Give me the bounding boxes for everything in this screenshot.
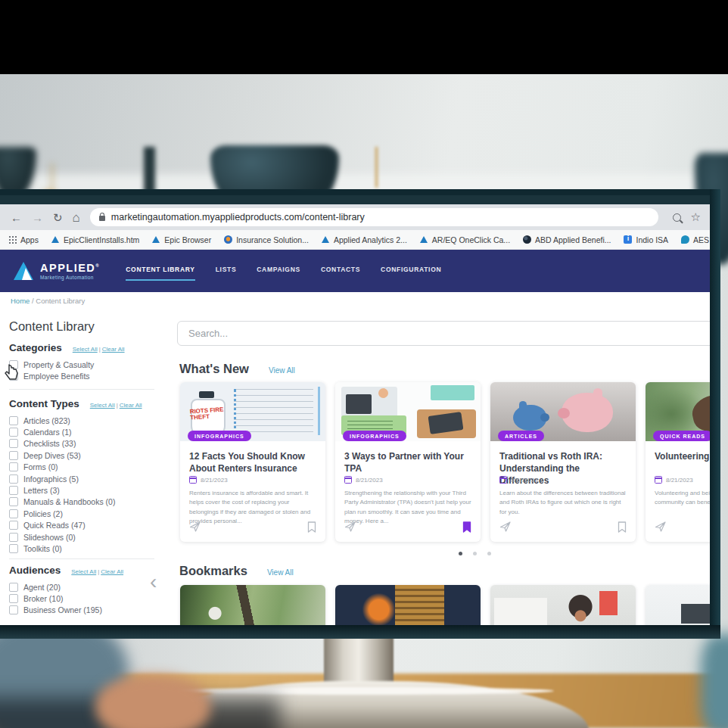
checkbox[interactable] bbox=[9, 521, 18, 530]
carousel-dot[interactable] bbox=[473, 552, 477, 555]
clear-all-link[interactable]: Clear All bbox=[102, 346, 125, 353]
card-title[interactable]: 3 Ways to Partner with Your TPA bbox=[344, 451, 474, 475]
select-all-link[interactable]: Select All bbox=[90, 402, 115, 409]
filter-option[interactable]: Deep Dives (53) bbox=[9, 450, 166, 461]
card-date: 8/21/2023 bbox=[655, 476, 693, 484]
checkbox[interactable] bbox=[9, 428, 18, 437]
search-icon[interactable] bbox=[673, 213, 681, 222]
filter-option[interactable]: Articles (823) bbox=[9, 415, 166, 426]
select-all-link[interactable]: Select All bbox=[73, 346, 98, 353]
checkbox[interactable] bbox=[9, 594, 18, 603]
bookmark-bar-item[interactable]: ABD Applied Benefi... bbox=[523, 235, 611, 244]
bookmark-bar-item[interactable]: Applied Analytics 2... bbox=[322, 235, 407, 244]
bookmark-bar-item[interactable]: AR/EQ OneClick Ca... bbox=[420, 235, 510, 244]
filter-option[interactable]: Forms (0) bbox=[9, 462, 166, 473]
link-separator: | bbox=[98, 568, 99, 575]
checkbox[interactable] bbox=[9, 439, 18, 448]
filter-option[interactable]: Agent (20) bbox=[9, 581, 166, 593]
warehouse-bookmark-card[interactable] bbox=[335, 585, 481, 627]
apps-grid-icon bbox=[9, 236, 17, 244]
checkbox[interactable] bbox=[9, 533, 18, 542]
breadcrumb-separator: / bbox=[32, 297, 34, 305]
bookmark-bar-item[interactable]: AES bbox=[681, 235, 709, 244]
checkbox[interactable] bbox=[9, 544, 18, 553]
tab-lists[interactable]: LISTS bbox=[216, 266, 237, 276]
card-title[interactable]: 12 Facts You Should Know About Renters I… bbox=[189, 451, 319, 475]
tab-content-library[interactable]: CONTENT LIBRARY bbox=[126, 266, 194, 276]
filter-option[interactable]: Property & Casualty bbox=[9, 359, 166, 370]
url-text[interactable]: marketingautomation.myappliedproducts.co… bbox=[111, 212, 365, 222]
sidebar-section-title: Categories bbox=[9, 342, 62, 353]
applied-logo[interactable]: APPLIED® Marketing Automation bbox=[14, 260, 100, 282]
content-type-badge: INFOGRAPHICS bbox=[188, 431, 251, 441]
filter-option[interactable]: Broker (10) bbox=[9, 593, 166, 604]
whats-new-view-all-link[interactable]: View All bbox=[269, 366, 295, 375]
bookmark-icon[interactable] bbox=[618, 521, 627, 536]
share-icon[interactable] bbox=[189, 521, 201, 536]
filter-option-label: Infographics (5) bbox=[23, 474, 79, 484]
bookmarks-view-all-link[interactable]: View All bbox=[267, 568, 294, 577]
breadcrumb-home-link[interactable]: Home bbox=[11, 297, 30, 305]
filter-option-label: Manuals & Handbooks (0) bbox=[23, 497, 115, 506]
address-bar[interactable]: marketingautomation.myappliedproducts.co… bbox=[90, 208, 658, 226]
bookmark-bar-item[interactable]: Epic Browser bbox=[152, 235, 211, 244]
office-woman-bookmark-card[interactable] bbox=[490, 585, 636, 627]
lock-icon bbox=[99, 216, 105, 221]
filter-option[interactable]: Infographics (5) bbox=[9, 473, 166, 484]
carousel-prev-button[interactable]: ‹ bbox=[150, 570, 157, 594]
filter-option[interactable]: Quick Reads (47) bbox=[9, 520, 166, 531]
tab-campaigns[interactable]: CAMPAIGNS bbox=[257, 266, 300, 276]
back-icon[interactable] bbox=[11, 212, 22, 223]
checkbox[interactable] bbox=[9, 451, 18, 460]
filter-option[interactable]: Slideshows (0) bbox=[9, 531, 166, 543]
card-description: Learn about the differences between trad… bbox=[499, 489, 628, 517]
filter-option[interactable]: Calendars (1) bbox=[9, 426, 166, 437]
filter-option[interactable]: Checklists (33) bbox=[9, 438, 166, 450]
forward-icon[interactable] bbox=[32, 212, 43, 223]
share-icon[interactable] bbox=[344, 521, 356, 536]
letterbox-bar bbox=[0, 0, 728, 74]
filter-option[interactable]: Letters (3) bbox=[9, 484, 166, 496]
park-bookmark-card[interactable] bbox=[180, 585, 325, 627]
checkbox[interactable] bbox=[9, 416, 18, 425]
checkbox[interactable] bbox=[9, 497, 18, 506]
filter-option[interactable]: Manuals & Handbooks (0) bbox=[9, 496, 166, 508]
carousel-dot[interactable] bbox=[459, 552, 462, 555]
apps-shortcut[interactable]: Apps bbox=[9, 235, 39, 244]
carousel-dot[interactable] bbox=[487, 552, 491, 555]
filter-option[interactable]: Toolkits (0) bbox=[9, 543, 166, 554]
content-card[interactable]: ARTICLESTraditional vs Roth IRA: Underst… bbox=[490, 382, 636, 542]
checkbox[interactable] bbox=[9, 583, 18, 592]
sidebar-section-header: CategoriesSelect All|Clear All bbox=[9, 342, 166, 353]
home-icon[interactable] bbox=[73, 211, 80, 224]
dark-globe-icon bbox=[523, 235, 531, 244]
checkbox[interactable] bbox=[9, 474, 18, 484]
bookmark-star-icon[interactable] bbox=[691, 210, 701, 224]
share-icon[interactable] bbox=[499, 521, 512, 536]
tab-contacts[interactable]: CONTACTS bbox=[321, 266, 360, 276]
reload-icon[interactable] bbox=[53, 212, 63, 223]
desk-illustration-bookmark-card[interactable] bbox=[646, 585, 711, 627]
checkbox[interactable] bbox=[9, 462, 18, 471]
bookmark-bar-item[interactable]: EpicClientInstalls.htm bbox=[51, 235, 139, 244]
filter-option[interactable]: Business Owner (195) bbox=[9, 605, 166, 616]
bookmark-bar-item[interactable]: Indio ISA bbox=[624, 235, 668, 244]
checkbox[interactable] bbox=[9, 605, 18, 614]
content-card[interactable]: RIOTS FIRE THEFTINFOGRAPHICS12 Facts You… bbox=[180, 382, 325, 542]
clear-all-link[interactable]: Clear All bbox=[120, 402, 142, 409]
tab-configuration[interactable]: CONFIGURATION bbox=[381, 266, 441, 276]
search-input[interactable] bbox=[177, 321, 711, 346]
content-card[interactable]: INFOGRAPHICS3 Ways to Partner with Your … bbox=[335, 382, 481, 542]
clear-all-link[interactable]: Clear All bbox=[101, 568, 123, 575]
checkbox[interactable] bbox=[9, 486, 18, 495]
checkbox[interactable] bbox=[9, 509, 18, 518]
content-card[interactable]: QUICK READSVolunteering for Better Healt… bbox=[646, 382, 711, 542]
filter-option[interactable]: Employee Benefits bbox=[9, 370, 166, 381]
select-all-link[interactable]: Select All bbox=[71, 568, 96, 575]
card-title[interactable]: Volunteering for Better Health bbox=[655, 451, 711, 463]
bookmark-icon[interactable] bbox=[307, 521, 316, 536]
bookmark-bar-item[interactable]: Insurance Solution... bbox=[224, 235, 309, 244]
share-icon[interactable] bbox=[655, 521, 667, 536]
bookmark-icon-filled[interactable] bbox=[462, 521, 471, 536]
filter-option[interactable]: Policies (2) bbox=[9, 508, 166, 519]
